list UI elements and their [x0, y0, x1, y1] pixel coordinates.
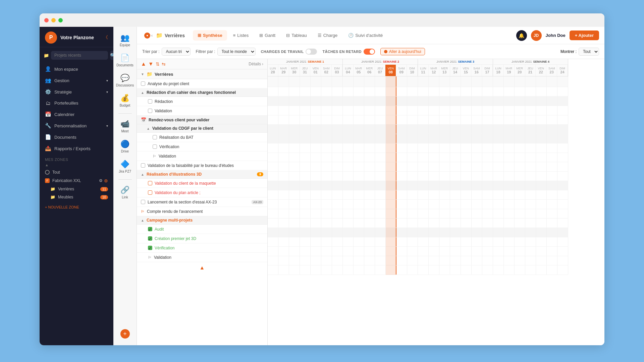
gantt-cell	[364, 162, 375, 171]
task-checkbox[interactable]: ✓	[148, 236, 152, 241]
tab-charge[interactable]: ☰ Charge	[313, 30, 342, 41]
montrer-select[interactable]: Tout	[579, 48, 599, 56]
task-verification-2[interactable]: ✓ Vérification	[137, 243, 267, 253]
search-button[interactable]: 🔍	[110, 51, 113, 60]
sort-alt-icon1[interactable]: ⇅	[156, 61, 160, 67]
sidebar-item-documents[interactable]: 📄 Documents	[40, 131, 113, 143]
expand-arrow[interactable]: ▼	[141, 72, 144, 76]
task-checkbox[interactable]	[148, 181, 152, 185]
tab-tableau[interactable]: ⊟ Tableau	[281, 30, 312, 41]
sidebar-item-fabrication-xxl[interactable]: F Fabrication XXL ⚙ ⊕	[40, 176, 113, 185]
settings-icon[interactable]: ⚙	[99, 178, 103, 183]
gantt-cell	[439, 181, 450, 190]
task-checkbox[interactable]	[141, 163, 145, 168]
task-redaction[interactable]: Rédaction	[137, 97, 267, 106]
maximize-button[interactable]	[58, 18, 63, 22]
group-expand-icon[interactable]: ▲	[141, 219, 144, 222]
today-button[interactable]: Aller à aujourd'hui	[380, 48, 425, 55]
task-validation-maquette[interactable]: Validation du client de la maquette	[137, 179, 267, 188]
task-bat[interactable]: Réalisation du BAT	[137, 133, 267, 142]
gantt-cell	[536, 265, 547, 275]
trier-select[interactable]: Aucun tri	[162, 48, 191, 56]
search-input[interactable]	[51, 51, 108, 60]
task-checkbox[interactable]	[141, 81, 145, 86]
gantt-cell	[547, 115, 557, 124]
sidebar-item-verrieres[interactable]: 📁 Verrières 11	[40, 185, 113, 193]
gantt-cell	[375, 106, 386, 115]
tab-gantt[interactable]: ⊞ Gantt	[255, 30, 280, 41]
add-tool-button[interactable]: +	[120, 329, 130, 339]
task-faisabilite[interactable]: Validation de la faisabilité par le bure…	[137, 161, 267, 170]
gantt-cell	[300, 237, 311, 246]
task-checkbox[interactable]	[153, 144, 157, 149]
expand-zones-icon[interactable]: ▲	[45, 163, 108, 167]
tab-suivi[interactable]: 🕐 Suivi d'activité	[343, 30, 387, 41]
tool-documents[interactable]: 📄 Documents	[115, 51, 135, 70]
tool-jira[interactable]: 🔷 Jira PZ7	[115, 157, 135, 176]
new-zone-button[interactable]: + NOUVELLE ZONE	[45, 204, 108, 210]
sidebar-item-personnalisation[interactable]: 🔧 Personnalisation ▾	[40, 120, 113, 131]
sidebar-item-meubles[interactable]: 📁 Meubles 10	[40, 193, 113, 201]
sidebar-item-portefeuilles[interactable]: 🗂 Portefeuilles	[40, 98, 113, 109]
back-button[interactable]: ● ‹	[142, 31, 155, 40]
task-verification-1[interactable]: Vérification	[137, 142, 267, 152]
gantt-cell	[536, 106, 547, 115]
group-expand-icon[interactable]: ▲	[141, 173, 144, 176]
sidebar-item-tout[interactable]: Tout	[40, 168, 113, 176]
minimize-button[interactable]	[51, 18, 56, 22]
gantt-cell	[429, 209, 439, 218]
task-jet3d[interactable]: ✓ Création premier jet 3D	[137, 234, 267, 243]
task-audit[interactable]: ✓ Audit	[137, 225, 267, 234]
filtrer-select[interactable]: Tout le monde	[217, 48, 256, 56]
task-checkbox[interactable]	[148, 109, 152, 113]
tab-listes[interactable]: ≡ Listes	[228, 30, 254, 41]
sort-down-icon[interactable]: ▼	[148, 61, 154, 67]
tool-equipe[interactable]: 👥 Équipe	[115, 31, 135, 50]
collapse-icon[interactable]: ▲	[200, 265, 205, 271]
task-checkbox[interactable]	[148, 190, 152, 195]
tab-synthese[interactable]: ⊞ Synthèse	[193, 30, 227, 41]
new-item-icon[interactable]: ⊕	[104, 178, 108, 183]
task-checkbox[interactable]	[153, 135, 157, 139]
add-button[interactable]: + Ajouter	[570, 31, 599, 40]
task-checkbox[interactable]: ✓	[148, 227, 152, 231]
task-analyse[interactable]: Analyse du projet client	[137, 79, 267, 88]
gantt-cell	[375, 172, 386, 181]
charges-toggle[interactable]	[306, 49, 317, 55]
sort-up-icon[interactable]: ▲	[141, 61, 146, 67]
gantt-cell	[407, 134, 418, 143]
close-button[interactable]	[44, 18, 49, 22]
task-validation-flag[interactable]: 🏳 Validation	[137, 152, 267, 161]
sidebar-item-mon-espace[interactable]: 👤 Mon espace	[40, 63, 113, 75]
sidebar-item-strategie[interactable]: ⚙️ Stratégie ▾	[40, 86, 113, 98]
sort-alt-icon2[interactable]: ⇆	[162, 61, 166, 67]
notification-button[interactable]: 🔔	[516, 30, 527, 41]
gantt-cell	[504, 76, 515, 87]
gantt-row	[268, 200, 568, 209]
task-compte-rendu[interactable]: 🏳 Compte rendu de l'avancement	[137, 207, 267, 216]
group-expand-icon[interactable]: ▲	[147, 127, 150, 130]
details-button[interactable]: Détails ›	[249, 62, 263, 66]
task-lancement[interactable]: Lancement de la section d'essai AX-23 AX…	[137, 197, 267, 207]
gantt-row	[268, 97, 568, 106]
tool-link[interactable]: 🔗 Link	[115, 183, 135, 202]
sidebar-item-rapports[interactable]: 📤 Rapports / Exports	[40, 143, 113, 154]
task-checkbox[interactable]	[148, 99, 152, 104]
tool-discussions[interactable]: 💬 Discussions	[115, 71, 135, 90]
group-expand-icon[interactable]: ▲	[141, 91, 144, 95]
tool-label: Drive	[121, 149, 129, 153]
taches-toggle[interactable]	[364, 49, 375, 55]
task-validation-plan[interactable]: Validation du plan article ;	[137, 188, 267, 197]
task-validation-final[interactable]: 🏳 Validation	[137, 253, 267, 262]
sidebar-item-calendrier[interactable]: 📅 Calendrier	[40, 109, 113, 120]
group-name: Campagne multi-projets	[147, 218, 263, 223]
task-validation-1[interactable]: Validation	[137, 106, 267, 116]
task-checkbox[interactable]: ✓	[148, 246, 152, 250]
tool-drive[interactable]: 🔵 Drive	[115, 137, 135, 156]
gantt-cell	[450, 115, 461, 124]
tool-budget[interactable]: 💰 Budget	[115, 91, 135, 110]
sidebar-item-gestion[interactable]: 👥 Gestion ▾	[40, 75, 113, 86]
task-checkbox[interactable]	[141, 200, 145, 204]
sidebar-collapse-icon[interactable]: 《	[103, 35, 108, 41]
tool-meet[interactable]: 📹 Meet	[115, 117, 135, 136]
